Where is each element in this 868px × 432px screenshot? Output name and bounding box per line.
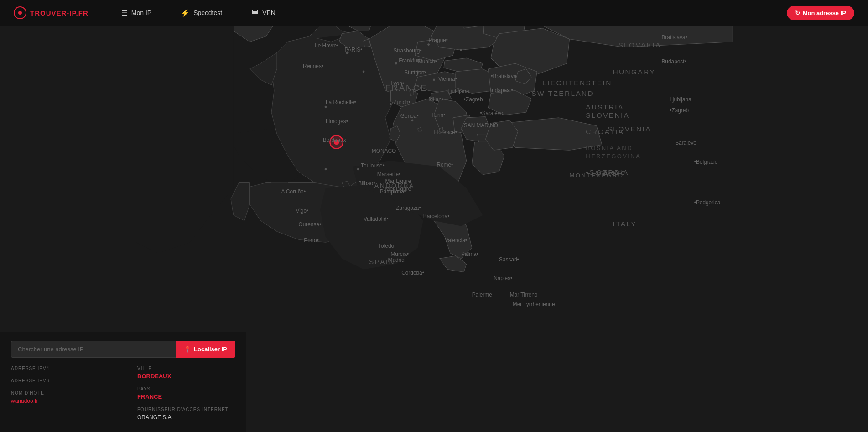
- svg-text:HERZEGOVINA: HERZEGOVINA: [586, 153, 641, 160]
- svg-text:Milan•: Milan•: [429, 96, 444, 103]
- svg-text:Zurich•: Zurich•: [393, 99, 410, 105]
- logo[interactable]: TROUVER-IP.FR: [14, 6, 88, 19]
- svg-text:ITALY: ITALY: [613, 220, 637, 228]
- svg-text:•Sarajevo: •Sarajevo: [480, 110, 503, 116]
- svg-text:Budapest•: Budapest•: [488, 87, 513, 94]
- lightning-icon: ⚡: [181, 9, 190, 17]
- localize-button-label: Localiser IP: [194, 346, 227, 353]
- svg-text:•Zagreb: •Zagreb: [464, 96, 483, 103]
- svg-text:SLOVAKIA: SLOVAKIA: [618, 41, 661, 49]
- svg-text:Budapest•: Budapest•: [661, 58, 686, 65]
- info-grid: ADRESSE IPV4 ADRESSE IPV6 NOM D'HÔTE wan…: [11, 366, 235, 421]
- city-value: BORDEAUX: [137, 373, 171, 380]
- svg-text:Rome•: Rome•: [437, 161, 453, 168]
- svg-point-10: [411, 120, 414, 122]
- cta-label: Mon adresse IP: [803, 10, 846, 16]
- field-ipv4: ADRESSE IPV4: [11, 366, 123, 372]
- cta-refresh-icon: ↻: [795, 10, 800, 16]
- field-city: VILLE BORDEAUX: [137, 366, 235, 380]
- svg-text:A Coruña•: A Coruña•: [281, 188, 306, 195]
- svg-text:SLOVENIA: SLOVENIA: [608, 125, 651, 133]
- svg-text:Zaragoza•: Zaragoza•: [396, 205, 421, 211]
- svg-text:SPAIN: SPAIN: [369, 258, 395, 265]
- search-input[interactable]: [11, 341, 176, 358]
- svg-point-14: [427, 43, 430, 46]
- svg-point-5: [325, 106, 327, 108]
- svg-text:Turin•: Turin•: [431, 112, 446, 118]
- field-isp: FOURNISSEUR D'ACCES INTERNET ORANGE S.A.: [137, 407, 235, 421]
- svg-text:Barcelona•: Barcelona•: [423, 213, 450, 219]
- pin-icon: 📍: [184, 346, 191, 353]
- info-panel: 📍 Localiser IP ADRESSE IPV4 ADRESSE IPV6…: [0, 332, 246, 432]
- menu-icon: ☰: [121, 9, 128, 17]
- svg-text:Le Havre•: Le Havre•: [315, 42, 338, 49]
- nav-label-speedtest: Speedtest: [193, 9, 222, 16]
- svg-text:Bratislava•: Bratislava•: [661, 34, 687, 41]
- svg-text:Genoa•: Genoa•: [400, 113, 419, 119]
- info-right: VILLE BORDEAUX PAYS FRANCE FOURNISSEUR D…: [128, 366, 235, 421]
- svg-text:Córdoba•: Córdoba•: [401, 270, 424, 276]
- svg-text:•Podgorica: •Podgorica: [694, 199, 721, 206]
- svg-text:Prague•: Prague•: [429, 37, 448, 43]
- localize-button[interactable]: 📍 Localiser IP: [176, 341, 235, 358]
- isp-label: FOURNISSEUR D'ACCES INTERNET: [137, 407, 235, 412]
- navbar: TROUVER-IP.FR ☰ Mon IP ⚡ Speedtest 🕶 VPN…: [0, 0, 868, 26]
- logo-icon: [14, 6, 26, 19]
- svg-point-3: [395, 62, 397, 65]
- svg-text:Limoges•: Limoges•: [326, 118, 348, 125]
- vpn-glasses-icon: 🕶: [251, 9, 259, 17]
- nav-label-vpn: VPN: [262, 9, 275, 16]
- svg-text:SAN MARINO: SAN MARINO: [464, 122, 498, 129]
- search-bar: 📍 Localiser IP: [11, 341, 235, 358]
- svg-text:AUSTRIA: AUSTRIA: [586, 103, 624, 111]
- svg-text:Palerme: Palerme: [472, 291, 493, 298]
- svg-text:Murcia•: Murcia•: [390, 251, 409, 257]
- svg-text:Vienna•: Vienna•: [438, 76, 457, 82]
- svg-point-9: [390, 103, 392, 105]
- nav-item-mon-ip[interactable]: ☰ Mon IP: [116, 6, 157, 20]
- svg-text:Ljubljana: Ljubljana: [447, 88, 469, 94]
- nav-item-speedtest[interactable]: ⚡ Speedtest: [175, 6, 228, 20]
- svg-text:Vigo•: Vigo•: [296, 208, 309, 214]
- svg-text:Bilbao•: Bilbao•: [358, 180, 375, 187]
- logo-text: TROUVER-IP.FR: [30, 9, 88, 17]
- svg-point-7: [357, 168, 359, 170]
- svg-text:Munich•: Munich•: [418, 58, 437, 65]
- svg-text:Sarajevo: Sarajevo: [675, 140, 696, 146]
- logo-inner-dot: [18, 11, 22, 15]
- svg-text:La Rochelle•: La Rochelle•: [326, 99, 356, 105]
- svg-text:Toulouse•: Toulouse•: [361, 162, 385, 169]
- svg-text:Palma•: Palma•: [461, 251, 478, 257]
- svg-point-2: [363, 71, 365, 73]
- svg-text:FRANCE: FRANCE: [385, 83, 427, 93]
- cta-button[interactable]: ↻ Mon adresse IP: [787, 6, 854, 20]
- svg-text:Toledo: Toledo: [378, 243, 394, 249]
- svg-text:SLOVENIA: SLOVENIA: [586, 111, 629, 119]
- nav-item-vpn[interactable]: 🕶 VPN: [246, 6, 281, 20]
- svg-text:Stuttgart•: Stuttgart•: [404, 69, 426, 76]
- svg-text:Porto•: Porto•: [304, 237, 319, 244]
- svg-text:BOSNIA AND: BOSNIA AND: [586, 145, 633, 151]
- svg-text:Ourense•: Ourense•: [299, 221, 322, 228]
- svg-text:Bordeaux: Bordeaux: [323, 137, 346, 143]
- svg-text:•Belgrade: •Belgrade: [694, 159, 718, 165]
- svg-text:LIECHTENSTEIN: LIECHTENSTEIN: [542, 79, 612, 87]
- svg-point-15: [460, 49, 463, 51]
- svg-text:ANDORRA: ANDORRA: [374, 182, 415, 189]
- svg-point-8: [325, 168, 327, 170]
- svg-text:Rennes•: Rennes•: [303, 63, 323, 69]
- svg-text:HUNGARY: HUNGARY: [613, 68, 656, 76]
- svg-text:PARIS•: PARIS•: [344, 47, 362, 53]
- svg-text:Ljubljana: Ljubljana: [670, 96, 691, 103]
- field-country: PAYS FRANCE: [137, 386, 235, 401]
- svg-text:•Zagreb: •Zagreb: [670, 107, 689, 114]
- country-label: PAYS: [137, 386, 235, 391]
- hostname-label: NOM D'HÔTE: [11, 390, 123, 396]
- svg-text:Mar Tirreno: Mar Tirreno: [510, 291, 538, 298]
- svg-text:MONACO: MONACO: [372, 148, 396, 154]
- info-left: ADRESSE IPV4 ADRESSE IPV6 NOM D'HÔTE wan…: [11, 366, 123, 421]
- hostname-value: wanadoo.fr: [11, 398, 38, 404]
- field-ipv6: ADRESSE IPV6: [11, 378, 123, 384]
- svg-text:•Bratislava: •Bratislava: [491, 73, 517, 79]
- svg-text:SWITZERLAND: SWITZERLAND: [531, 89, 594, 97]
